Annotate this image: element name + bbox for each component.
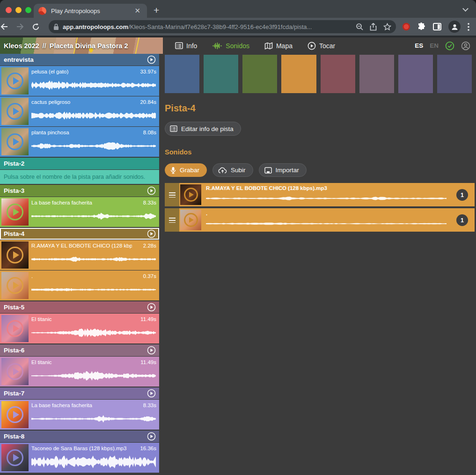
sound-row[interactable]: R.AMAYA Y EL BOBOTE CHICO (128 kbps).mp3…: [165, 183, 475, 206]
sound-play-icon[interactable]: [7, 277, 23, 294]
sound-play-icon[interactable]: [184, 188, 198, 202]
track-play-icon[interactable]: [147, 186, 156, 195]
sound-name: .: [31, 273, 132, 279]
account-icon[interactable]: [461, 41, 470, 51]
sound-play-icon[interactable]: [7, 363, 23, 380]
track-header[interactable]: Pista-2: [0, 158, 159, 169]
sound-row[interactable]: La base fachera facherita8.33s: [0, 400, 159, 430]
track-swatch[interactable]: [165, 55, 199, 93]
track-play-icon[interactable]: [147, 55, 156, 64]
sound-play-icon[interactable]: [7, 103, 23, 120]
sound-play-icon[interactable]: [184, 213, 198, 227]
track-header[interactable]: entrevista: [0, 54, 159, 66]
sound-row[interactable]: .0.37s: [0, 270, 159, 300]
nav-tab-mapa[interactable]: Mapa: [259, 42, 298, 50]
sound-play-icon[interactable]: [7, 204, 23, 220]
track-swatch[interactable]: [204, 55, 238, 93]
track-header[interactable]: Pista-4: [0, 228, 159, 240]
track-name: Pista-3: [4, 187, 147, 194]
track-play-icon[interactable]: [147, 432, 156, 441]
track-name: Pista-7: [4, 390, 147, 397]
sound-row[interactable]: cactus peligroso20.84s: [0, 96, 159, 126]
edit-track-info-button[interactable]: Editar info de pista: [165, 122, 241, 136]
browser-menu-icon[interactable]: [468, 23, 469, 31]
tab-strip: Play Antropoloops ✕ +: [0, 0, 476, 18]
saved-check-icon[interactable]: [445, 41, 454, 51]
new-tab-button[interactable]: +: [154, 4, 159, 17]
track-group: Pista-5 El titanic11.49s: [0, 301, 159, 343]
track-group: Pista-2Pulsa sobre el nombre de la pista…: [0, 158, 159, 184]
sound-thumbnail: [1, 241, 29, 269]
track-swatch[interactable]: [321, 55, 355, 93]
track-play-icon[interactable]: [147, 389, 156, 398]
track-header[interactable]: Pista-7: [0, 387, 159, 399]
track-detail-panel: Pista-4 Editar info de pista Sonidos Gra…: [159, 54, 476, 475]
track-header[interactable]: Pista-3: [0, 185, 159, 197]
scene-photo[interactable]: Kleos 2022 // Placeta Divina Pastora 2: [0, 37, 163, 54]
track-swatch[interactable]: [359, 55, 394, 93]
tab-close-icon[interactable]: ✕: [132, 7, 142, 15]
sound-row[interactable]: El titanic11.49s: [0, 357, 159, 387]
profile-avatar[interactable]: [448, 21, 461, 33]
record-extension-icon[interactable]: [403, 23, 410, 30]
track-play-icon[interactable]: [147, 346, 156, 355]
nav-tab-info[interactable]: Info: [169, 42, 203, 50]
sound-row[interactable]: La base fachera facherita8.33s: [0, 197, 159, 227]
nav-tab-tocar[interactable]: Tocar: [302, 42, 341, 50]
sound-name: cactus peligroso: [31, 99, 132, 105]
sound-thumbnail: [1, 198, 29, 226]
drag-handle[interactable]: [165, 183, 179, 206]
track-header[interactable]: Pista-6: [0, 344, 159, 356]
sound-thumbnail: [1, 358, 29, 385]
antropoloops-favicon: [38, 7, 46, 15]
sound-duration: 8.33s: [143, 200, 156, 205]
upload-sound-button[interactable]: Subir: [212, 163, 253, 177]
side-panel-icon[interactable]: [433, 23, 441, 30]
track-play-icon[interactable]: [147, 229, 156, 238]
sound-row[interactable]: El titanic11.49s: [0, 314, 159, 343]
reload-button[interactable]: [32, 23, 48, 31]
close-window-button[interactable]: [6, 7, 12, 13]
minimize-window-button[interactable]: [15, 7, 22, 13]
nav-tab-sonidos[interactable]: Sonidos: [206, 42, 255, 50]
sound-play-icon[interactable]: [7, 320, 23, 337]
share-icon[interactable]: [370, 23, 377, 31]
sound-play-icon[interactable]: [7, 449, 23, 466]
tab-search-chevron-icon[interactable]: [462, 6, 469, 12]
waveform: [206, 193, 447, 204]
extensions-puzzle-icon[interactable]: [417, 22, 426, 31]
track-swatch[interactable]: [437, 55, 472, 93]
address-bar[interactable]: app.antropoloops.com/Kleos-Santa-Marina/…: [49, 20, 396, 33]
sound-play-icon[interactable]: [7, 73, 23, 89]
sound-play-icon[interactable]: [7, 406, 23, 423]
track-play-icon[interactable]: [147, 303, 156, 312]
browser-tab[interactable]: Play Antropoloops ✕: [34, 4, 147, 18]
sound-name: La base fachera facherita: [31, 200, 132, 205]
track-swatch[interactable]: [398, 55, 433, 93]
zoom-out-icon[interactable]: [356, 23, 363, 30]
track-swatch[interactable]: [281, 55, 316, 93]
drag-handle[interactable]: [165, 208, 179, 232]
back-button[interactable]: [0, 23, 16, 30]
track-group: entrevista pelusa (el gato)33.97s cactus…: [0, 54, 159, 157]
forward-button[interactable]: [16, 23, 32, 30]
track-header[interactable]: Pista-5: [0, 301, 159, 313]
sound-play-icon[interactable]: [7, 247, 23, 263]
tracks-sidebar: entrevista pelusa (el gato)33.97s cactus…: [0, 54, 159, 475]
import-sound-button[interactable]: Importar: [259, 163, 307, 177]
zoom-window-button[interactable]: [25, 7, 31, 13]
track-name: Pista-4: [4, 230, 147, 237]
track-swatch[interactable]: [242, 55, 277, 93]
record-sound-button[interactable]: Grabar: [165, 163, 207, 177]
sound-duration: 0.37s: [143, 273, 156, 279]
bookmark-star-icon[interactable]: [383, 23, 391, 30]
language-es[interactable]: ES: [415, 42, 423, 49]
sound-play-icon[interactable]: [7, 133, 23, 150]
sound-row[interactable]: R.AMAYA Y EL BOBOTE CHICO (128 kbps)....…: [0, 240, 159, 270]
sound-row[interactable]: Taconeo de Sara Baras (128 kbps).mp316.3…: [0, 443, 159, 473]
language-en[interactable]: EN: [430, 42, 439, 49]
track-header[interactable]: Pista-8: [0, 431, 159, 442]
sound-row[interactable]: pelusa (el gato)33.97s: [0, 66, 159, 96]
sound-row[interactable]: .1: [165, 208, 475, 232]
sound-row[interactable]: planta pinchosa8.08s: [0, 127, 159, 157]
